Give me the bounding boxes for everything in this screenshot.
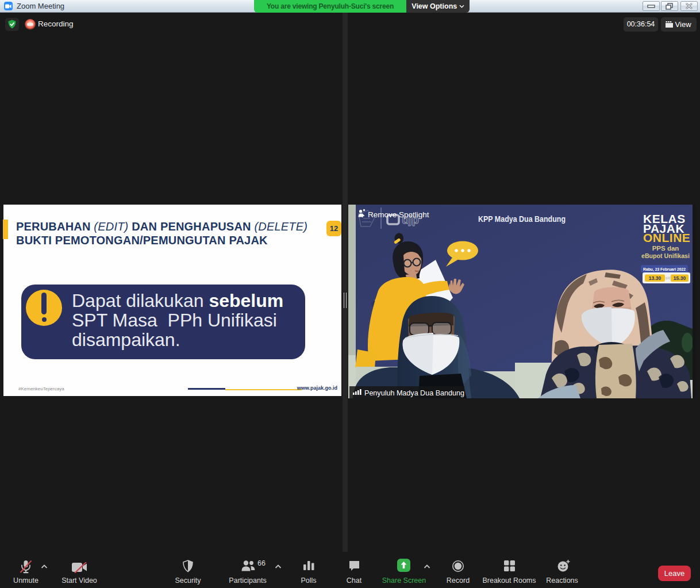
svg-text:13.30: 13.30 [649,275,661,281]
svg-text:eBupot Unifikasi: eBupot Unifikasi [641,252,690,259]
svg-text:Rabu, 23 Februari 2022: Rabu, 23 Februari 2022 [643,267,686,272]
svg-text:15.30: 15.30 [674,275,686,281]
svg-text:s/d: s/d [666,276,671,280]
svg-text:Penyuluh Madya Dua Bandung: Penyuluh Madya Dua Bandung [364,389,464,397]
svg-text:PPS dan: PPS dan [652,245,679,252]
svg-text:KPP Madya Dua Bandung: KPP Madya Dua Bandung [478,214,566,224]
svg-text:ONLINE: ONLINE [643,231,690,244]
svg-text:Remove Spotlight: Remove Spotlight [368,210,429,219]
